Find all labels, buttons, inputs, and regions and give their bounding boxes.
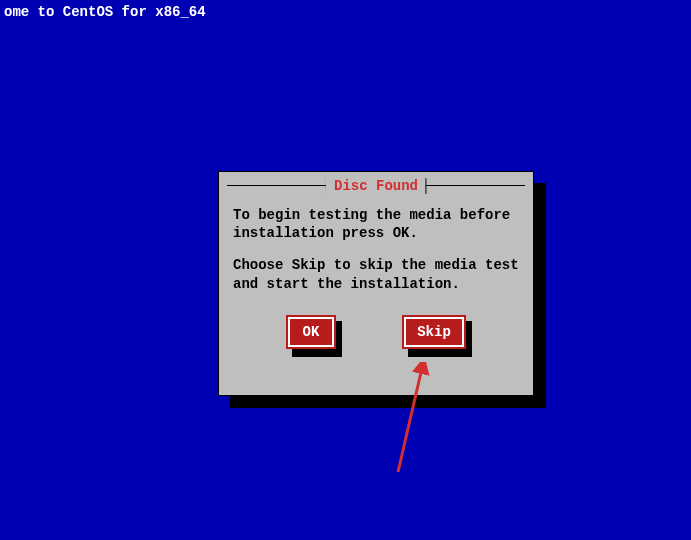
ok-button[interactable]: OK	[286, 315, 336, 349]
skip-button[interactable]: Skip	[402, 315, 466, 349]
dialog-title: Disc Found	[326, 178, 426, 194]
title-bracket-right: ├	[422, 178, 430, 194]
dialog-title-row: ┤ Disc Found ├	[219, 178, 533, 194]
dialog-body: To begin testing the media before instal…	[219, 194, 533, 361]
welcome-header: ome to CentOS for x86_64	[0, 0, 691, 24]
disc-found-dialog: ┤ Disc Found ├ To begin testing the medi…	[218, 171, 534, 396]
button-row: OK Skip	[233, 307, 519, 349]
skip-button-wrapper: Skip	[402, 315, 466, 349]
ok-button-wrapper: OK	[286, 315, 336, 349]
dialog-paragraph-2: Choose Skip to skip the media test and s…	[233, 256, 519, 292]
dialog-paragraph-1: To begin testing the media before instal…	[233, 206, 519, 242]
skip-button-label: Skip	[404, 317, 464, 347]
title-line-left	[227, 185, 323, 186]
ok-button-label: OK	[288, 317, 334, 347]
title-line-right	[429, 185, 525, 186]
dialog-container: ┤ Disc Found ├ To begin testing the medi…	[218, 171, 534, 396]
